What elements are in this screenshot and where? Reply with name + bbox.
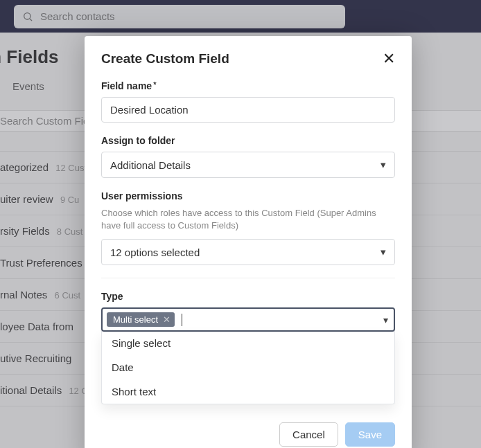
permissions-select[interactable]: 12 options selected ▾ <box>101 239 395 265</box>
assign-folder-value: Additional Details <box>110 159 191 171</box>
close-icon[interactable]: ✕ <box>383 51 395 66</box>
type-option-short-text[interactable]: Short text <box>102 379 394 404</box>
type-label: Type <box>101 291 395 302</box>
type-option-date[interactable]: Date <box>102 355 394 379</box>
chevron-down-icon: ▾ <box>381 246 386 258</box>
permissions-value: 12 options selected <box>110 247 200 258</box>
cancel-button[interactable]: Cancel <box>279 422 338 447</box>
permissions-hint: Choose which roles have access to this C… <box>101 207 395 232</box>
field-name-input[interactable] <box>101 97 395 123</box>
type-multiselect[interactable]: Multi select ✕ ▾ <box>101 307 395 332</box>
chevron-down-icon: ▾ <box>381 159 386 171</box>
field-name-label: Field name <box>101 80 395 91</box>
type-chip: Multi select ✕ <box>107 312 175 327</box>
chevron-down-icon: ▾ <box>383 314 388 325</box>
type-dropdown: Single select Date Short text <box>101 331 395 404</box>
type-option-single-select[interactable]: Single select <box>102 331 394 355</box>
text-cursor <box>182 314 182 326</box>
assign-folder-label: Assign to folder <box>101 135 395 146</box>
save-button[interactable]: Save <box>345 422 395 447</box>
create-custom-field-modal: Create Custom Field ✕ Field name Assign … <box>85 36 412 448</box>
permissions-label: User permissions <box>101 190 395 201</box>
modal-title: Create Custom Field <box>101 51 229 66</box>
chip-remove-icon[interactable]: ✕ <box>163 314 170 325</box>
assign-folder-select[interactable]: Additional Details ▾ <box>101 152 395 178</box>
divider <box>101 278 395 278</box>
